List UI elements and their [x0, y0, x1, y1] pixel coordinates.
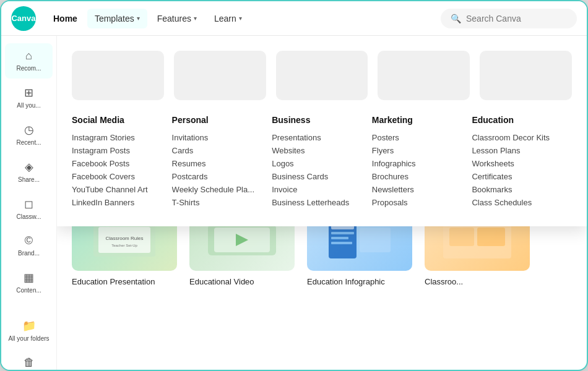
- category-education: Education Classroom Decor Kits Lesson Pl…: [472, 115, 572, 209]
- app-wrapper: Canva Home Templates ▾ Features ▾ Learn …: [0, 0, 588, 371]
- education-heading: Education: [472, 115, 572, 125]
- nav-templates[interactable]: Templates ▾: [87, 9, 147, 28]
- sidebar-item-recent[interactable]: ◷ Recent...: [5, 117, 53, 153]
- link-posters[interactable]: Posters: [372, 131, 472, 144]
- canva-logo[interactable]: Canva: [11, 6, 36, 31]
- sidebar-label-recent: Recent...: [16, 139, 41, 147]
- svg-text:Classroom Rules: Classroom Rules: [106, 236, 144, 241]
- link-class-schedules[interactable]: Class Schedules: [472, 196, 572, 209]
- business-heading: Business: [272, 115, 372, 125]
- link-facebook-covers[interactable]: Facebook Covers: [72, 170, 172, 183]
- grid-icon: ⊞: [24, 86, 33, 100]
- link-lesson-plans[interactable]: Lesson Plans: [472, 144, 572, 157]
- clock-icon: ◷: [24, 123, 34, 137]
- link-tshirts[interactable]: T-Shirts: [172, 196, 272, 209]
- search-icon: 🔍: [451, 14, 461, 23]
- sidebar-item-trash[interactable]: 🗑 Trash: [5, 350, 53, 370]
- sidebar-label-shared: Share...: [18, 176, 40, 184]
- link-invoice[interactable]: Invoice: [272, 183, 372, 196]
- thumbnail-social[interactable]: [72, 51, 164, 100]
- link-flyers[interactable]: Flyers: [372, 144, 472, 157]
- svg-rect-12: [360, 228, 391, 252]
- link-youtube-channel-art[interactable]: YouTube Channel Art: [72, 183, 172, 196]
- link-proposals[interactable]: Proposals: [372, 196, 472, 209]
- nav-home[interactable]: Home: [46, 9, 85, 28]
- link-websites[interactable]: Websites: [272, 144, 372, 157]
- link-business-cards[interactable]: Business Cards: [272, 170, 372, 183]
- thumbnail-business[interactable]: [276, 51, 368, 100]
- marketing-heading: Marketing: [372, 115, 472, 125]
- category-personal: Personal Invitations Cards Resumes Postc…: [172, 115, 272, 209]
- link-postcards[interactable]: Postcards: [172, 170, 272, 183]
- sidebar-item-brand[interactable]: © Brand...: [5, 228, 53, 263]
- link-infographics[interactable]: Infographics: [372, 157, 472, 170]
- link-newsletters[interactable]: Newsletters: [372, 183, 472, 196]
- link-business-letterheads[interactable]: Business Letterheads: [272, 196, 372, 209]
- link-instagram-posts[interactable]: Instagram Posts: [72, 144, 172, 157]
- thumbnail-education[interactable]: [480, 51, 572, 100]
- category-marketing: Marketing Posters Flyers Infographics Br…: [372, 115, 472, 209]
- sidebar-item-designs[interactable]: ⊞ All you...: [5, 80, 53, 116]
- link-cards[interactable]: Cards: [172, 144, 272, 157]
- content-icon: ▦: [24, 271, 34, 284]
- sidebar-item-folders[interactable]: 📁 All your folders: [5, 313, 53, 349]
- edu-info-label: Education Infographic: [307, 277, 385, 286]
- sidebar-label-home: Recom...: [16, 65, 41, 72]
- sidebar-label-classroom: Classw...: [16, 213, 41, 221]
- nav-features[interactable]: Features ▾: [150, 9, 204, 28]
- sidebar-label-brand: Brand...: [18, 250, 40, 257]
- link-worksheets[interactable]: Worksheets: [472, 157, 572, 170]
- folder-icon: 📁: [22, 319, 36, 333]
- sidebar-item-content[interactable]: ▦ Conten...: [5, 265, 53, 301]
- main-layout: ⌂ Recom... ⊞ All you... ◷ Recent... ◈ Sh…: [1, 36, 587, 370]
- svg-rect-9: [331, 232, 354, 234]
- logo-text: Canva: [11, 14, 35, 23]
- brand-icon: ©: [25, 234, 33, 247]
- trash-icon: 🗑: [24, 356, 35, 369]
- categories-grid: Social Media Instagram Stories Instagram…: [72, 115, 572, 209]
- svg-rect-15: [477, 228, 505, 246]
- nav-learn[interactable]: Learn ▾: [207, 9, 249, 28]
- category-business: Business Presentations Websites Logos Bu…: [272, 115, 372, 209]
- learn-chevron-icon: ▾: [239, 15, 242, 22]
- link-classroom-decor-kits[interactable]: Classroom Decor Kits: [472, 131, 572, 144]
- sidebar-label-designs: All you...: [17, 102, 40, 109]
- link-weekly-schedule[interactable]: Weekly Schedule Pla...: [172, 183, 272, 196]
- search-input[interactable]: [466, 14, 567, 23]
- link-linkedin-banners[interactable]: LinkedIn Banners: [72, 196, 172, 209]
- thumbnail-row: [72, 51, 572, 100]
- link-resumes[interactable]: Resumes: [172, 157, 272, 170]
- link-logos[interactable]: Logos: [272, 157, 372, 170]
- sidebar-item-classroom[interactable]: ◻ Classw...: [5, 191, 53, 227]
- svg-rect-11: [331, 242, 352, 244]
- link-presentations[interactable]: Presentations: [272, 131, 372, 144]
- link-invitations[interactable]: Invitations: [172, 131, 272, 144]
- link-instagram-stories[interactable]: Instagram Stories: [72, 131, 172, 144]
- home-icon: ⌂: [25, 49, 32, 62]
- content-area: Social Media Instagram Stories Instagram…: [57, 36, 587, 370]
- svg-rect-10: [331, 237, 348, 239]
- sidebar-label-content: Conten...: [16, 287, 41, 294]
- link-brochures[interactable]: Brochures: [372, 170, 472, 183]
- sidebar-item-shared[interactable]: ◈ Share...: [5, 154, 53, 190]
- shared-icon: ◈: [25, 160, 33, 174]
- thumbnail-marketing[interactable]: [378, 51, 470, 100]
- svg-rect-14: [449, 228, 474, 246]
- topbar: Canva Home Templates ▾ Features ▾ Learn …: [1, 1, 587, 36]
- search-bar[interactable]: 🔍: [441, 9, 577, 28]
- link-certificates[interactable]: Certificates: [472, 170, 572, 183]
- sidebar-item-home[interactable]: ⌂ Recom...: [5, 43, 53, 79]
- classroom-icon: ◻: [24, 197, 33, 211]
- category-social-media: Social Media Instagram Stories Instagram…: [72, 115, 172, 209]
- classroo-label: Classroo...: [425, 277, 463, 286]
- link-facebook-posts[interactable]: Facebook Posts: [72, 157, 172, 170]
- thumbnail-personal[interactable]: [174, 51, 266, 100]
- templates-chevron-icon: ▾: [137, 15, 140, 22]
- link-bookmarks[interactable]: Bookmarks: [472, 183, 572, 196]
- edu-pres-label: Education Presentation: [72, 277, 155, 286]
- social-media-heading: Social Media: [72, 115, 172, 125]
- templates-dropdown: Social Media Instagram Stories Instagram…: [57, 36, 587, 226]
- edu-vid-label: Educational Video: [189, 277, 254, 286]
- features-chevron-icon: ▾: [194, 15, 197, 22]
- main-nav: Home Templates ▾ Features ▾ Learn ▾: [46, 9, 249, 28]
